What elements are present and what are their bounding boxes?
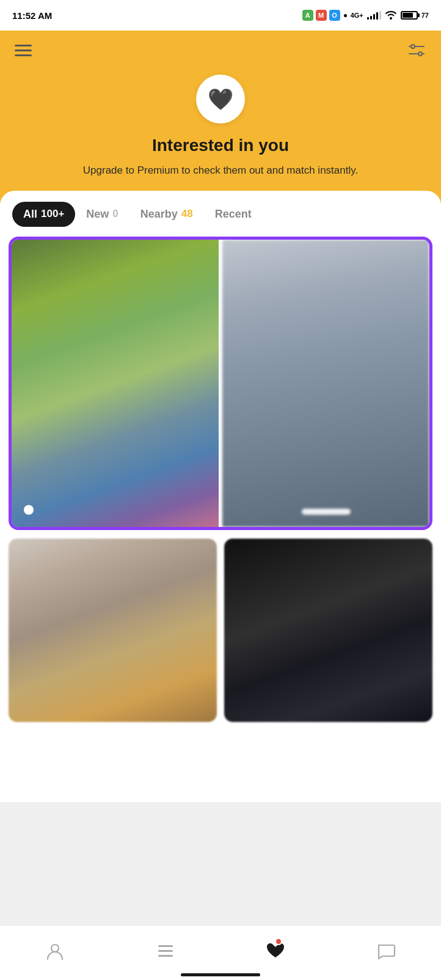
tab-nearby[interactable]: Nearby 48 <box>129 202 204 227</box>
card-indicator-dot <box>24 505 34 515</box>
hamburger-line-3 <box>15 54 32 56</box>
hamburger-line-1 <box>15 45 32 46</box>
nav-discover[interactable] <box>147 941 184 961</box>
main-content: All 100+ New 0 Nearby 48 Recent <box>0 191 441 802</box>
status-time: 11:52 AM <box>12 10 52 21</box>
battery-icon <box>401 11 418 20</box>
tab-all[interactable]: All 100+ <box>12 202 75 227</box>
hamburger-line-2 <box>15 50 32 51</box>
small-cards-grid <box>9 539 432 722</box>
nav-likes[interactable] <box>257 940 294 962</box>
tabs-bar: All 100+ New 0 Nearby 48 Recent <box>0 191 441 227</box>
app-icon-1: A <box>302 10 313 21</box>
battery-fill <box>403 13 413 18</box>
hamburger-menu-button[interactable] <box>15 45 32 56</box>
signal-bar-3 <box>373 14 375 20</box>
interested-title: Interested in you <box>15 136 426 155</box>
status-dot <box>344 14 347 17</box>
tab-nearby-label: Nearby <box>140 208 178 221</box>
tab-new-badge: 0 <box>112 208 118 220</box>
signal-bar-5 <box>379 11 381 20</box>
svg-point-6 <box>51 945 59 952</box>
heart-circle: 🖤 <box>196 75 245 123</box>
status-bar: 11:52 AM A M O 4G+ <box>0 0 441 31</box>
signal-bars <box>367 11 381 20</box>
svg-rect-9 <box>158 955 173 957</box>
wifi-icon <box>385 10 397 21</box>
interested-subtitle: Upgrade to Premium to check them out and… <box>15 163 426 179</box>
small-card-1[interactable] <box>9 539 217 722</box>
tab-all-badge: 100+ <box>41 208 64 220</box>
nav-profile[interactable] <box>37 941 73 961</box>
featured-card-left <box>12 240 219 527</box>
svg-rect-8 <box>158 950 173 952</box>
app-icon-2: M <box>316 10 327 21</box>
grid-section <box>0 227 441 722</box>
signal-bar-2 <box>370 16 372 20</box>
likes-icon-wrapper <box>265 940 286 962</box>
nav-messages[interactable] <box>368 941 404 961</box>
bottom-nav <box>0 925 441 980</box>
signal-text: 4G+ <box>351 12 363 19</box>
card-indicator-bar <box>302 509 351 515</box>
header-top <box>15 40 426 60</box>
svg-rect-7 <box>158 945 173 947</box>
header-section: 🖤 Interested in you Upgrade to Premium t… <box>0 31 441 203</box>
battery-percent: 77 <box>421 12 429 19</box>
app-icon-3: O <box>329 10 340 21</box>
likes-badge <box>275 938 282 945</box>
tab-recent[interactable]: Recent <box>204 202 263 227</box>
profile-icon <box>45 941 65 961</box>
signal-bar-1 <box>367 17 369 20</box>
app-icons: A M O <box>302 10 340 21</box>
tab-all-label: All <box>23 208 37 221</box>
discover-icon <box>156 941 175 961</box>
tab-recent-label: Recent <box>215 208 252 221</box>
signal-bar-4 <box>376 12 378 20</box>
tab-new[interactable]: New 0 <box>75 202 129 227</box>
tab-nearby-badge: 48 <box>181 208 193 220</box>
tab-new-label: New <box>86 208 109 221</box>
featured-card-right <box>222 240 429 527</box>
messages-icon <box>376 941 396 961</box>
status-icons: A M O 4G+ 77 <box>302 10 429 21</box>
heart-icon: 🖤 <box>208 87 233 111</box>
home-indicator <box>181 973 260 976</box>
filter-button[interactable] <box>407 40 426 60</box>
small-card-2[interactable] <box>224 539 432 722</box>
featured-card[interactable] <box>9 237 432 530</box>
